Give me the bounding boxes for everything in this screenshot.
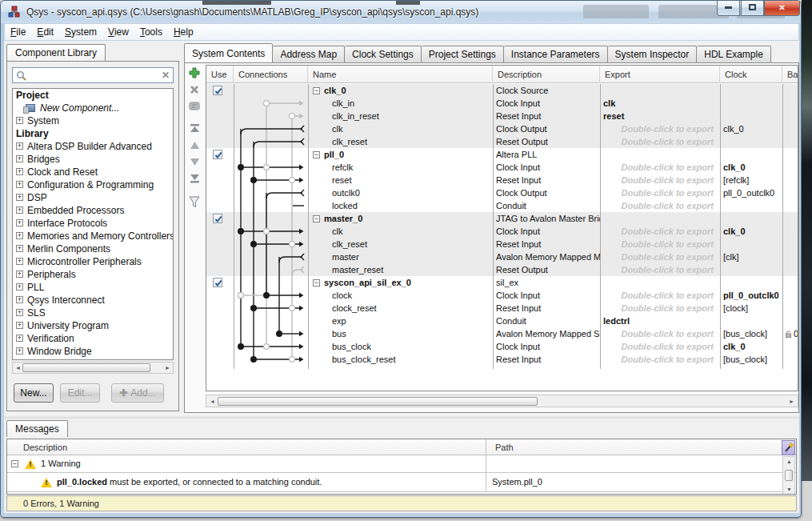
tab-project-settings[interactable]: Project Settings (422, 46, 504, 63)
collapse-icon[interactable]: − (313, 215, 320, 222)
new-button[interactable]: New... (14, 383, 54, 403)
tree-item-project[interactable]: Project (13, 89, 173, 102)
connections-graph[interactable] (234, 84, 308, 366)
clock-cell[interactable] (723, 97, 782, 110)
search-box[interactable]: ✕ (12, 67, 174, 83)
messages-vertical-scrollbar[interactable]: ▲ ▼ (782, 456, 795, 495)
export-cell[interactable]: Double-click to export (603, 161, 720, 174)
export-cell[interactable]: Double-click to export (603, 353, 720, 366)
tree-item-verification[interactable]: +Verification (13, 332, 173, 345)
clock-cell[interactable]: clk_0 (723, 225, 782, 238)
clock-cell[interactable] (723, 148, 782, 161)
remove-button[interactable] (186, 82, 203, 98)
clock-cell[interactable]: pll_0_outclk0 (723, 186, 782, 199)
add-button[interactable]: ✚Add... (111, 383, 164, 403)
clock-cell[interactable]: [clock] (723, 302, 782, 315)
expand-icon[interactable]: + (16, 258, 23, 265)
tree-item-pll[interactable]: +PLL (13, 281, 173, 294)
clear-search-icon[interactable]: ✕ (162, 70, 170, 81)
export-cell[interactable]: Double-click to export (603, 122, 720, 135)
clock-cell[interactable]: [bus_clock] (723, 353, 782, 366)
close-button[interactable]: ✕ (764, 1, 800, 16)
clock-cell[interactable] (723, 212, 782, 225)
expand-icon[interactable]: + (16, 322, 23, 329)
search-input[interactable] (30, 69, 157, 82)
base-cell[interactable] (782, 212, 798, 225)
tab-system-contents[interactable]: System Contents (184, 43, 273, 63)
expand-icon[interactable]: + (16, 117, 23, 124)
menu-file[interactable]: File (5, 24, 31, 40)
tab-component-library[interactable]: Component Library (6, 44, 106, 61)
export-cell[interactable]: Double-click to export (603, 327, 720, 340)
scroll-up-icon[interactable]: ▲ (786, 459, 792, 464)
scrollbar-thumb[interactable] (785, 470, 793, 481)
expand-icon[interactable]: + (16, 232, 23, 239)
column-header-base[interactable]: Base (782, 66, 798, 83)
move-top-button[interactable] (186, 122, 203, 138)
tree-item-window-bridge[interactable]: +Window Bridge (13, 345, 173, 358)
edit-button[interactable]: Edit... (60, 383, 100, 403)
export-cell[interactable]: ledctrl (603, 315, 720, 327)
base-cell[interactable] (782, 353, 798, 366)
export-cell[interactable]: Double-click to export (603, 186, 720, 199)
expand-icon[interactable]: + (16, 219, 23, 226)
collapse-icon[interactable]: − (313, 87, 320, 94)
collapse-icon[interactable]: − (11, 460, 18, 467)
tab-clock-settings[interactable]: Clock Settings (345, 46, 422, 63)
tree-item-dsp[interactable]: +DSP (13, 191, 173, 204)
add-button[interactable] (186, 66, 203, 82)
tab-messages[interactable]: Messages (6, 420, 68, 437)
export-cell[interactable] (603, 212, 720, 225)
base-cell[interactable] (782, 289, 798, 302)
clock-cell[interactable] (723, 84, 782, 97)
collapse-icon[interactable]: − (313, 151, 320, 158)
column-header-export[interactable]: Export (600, 66, 720, 83)
expand-icon[interactable]: + (16, 271, 23, 278)
base-cell[interactable] (782, 148, 798, 161)
expand-icon[interactable]: + (16, 309, 23, 316)
expand-icon[interactable]: + (16, 168, 23, 175)
base-cell[interactable] (782, 174, 798, 186)
tree-item-memories-and-memory-controllers[interactable]: +Memories and Memory Controllers (13, 230, 173, 242)
table-horizontal-scrollbar[interactable]: ◄ ► (206, 395, 798, 407)
export-cell[interactable]: Double-click to export (603, 135, 720, 148)
tree-item-peripherals[interactable]: +Peripherals (13, 268, 173, 281)
tree-item-merlin-components[interactable]: +Merlin Components (13, 242, 173, 255)
collapse-icon[interactable]: − (313, 279, 320, 287)
tree-item-bridges[interactable]: +Bridges (13, 153, 173, 166)
export-cell[interactable]: Double-click to export (603, 199, 720, 212)
column-header-name[interactable]: Name (308, 66, 493, 83)
column-header-use[interactable]: Use (206, 66, 234, 83)
use-checkbox[interactable] (213, 214, 222, 223)
expand-icon[interactable]: + (16, 194, 23, 201)
scroll-right-icon[interactable]: ► (165, 365, 170, 371)
expand-icon[interactable]: + (16, 347, 23, 355)
base-cell[interactable] (782, 186, 798, 199)
tree-item-sls[interactable]: +SLS (13, 307, 173, 319)
export-cell[interactable]: Double-click to export (603, 289, 720, 302)
minimize-button[interactable] (717, 1, 740, 16)
menu-edit[interactable]: Edit (31, 24, 59, 40)
menu-view[interactable]: View (102, 24, 134, 40)
clock-cell[interactable]: [bus_clock] (723, 327, 782, 340)
expand-icon[interactable]: + (16, 155, 23, 162)
base-cell[interactable] (782, 315, 798, 327)
expand-icon[interactable]: + (16, 142, 23, 150)
base-cell[interactable] (782, 84, 798, 97)
clock-cell[interactable] (723, 315, 782, 327)
move-bottom-button[interactable] (186, 172, 203, 188)
menu-system[interactable]: System (59, 24, 102, 40)
tree-item-microcontroller-peripherals[interactable]: +Microcontroller Peripherals (13, 255, 173, 268)
filter-button[interactable] (186, 194, 203, 210)
clock-cell[interactable] (723, 238, 782, 250)
clock-cell[interactable] (723, 199, 782, 212)
column-header-description[interactable]: Description (493, 66, 600, 83)
export-cell[interactable]: Double-click to export (603, 250, 720, 263)
export-cell[interactable] (603, 276, 720, 289)
scroll-right-icon[interactable]: ► (789, 399, 794, 404)
message-filter-wand-button[interactable] (782, 440, 795, 455)
expand-icon[interactable]: + (16, 245, 23, 252)
export-cell[interactable]: Double-click to export (603, 340, 720, 353)
base-cell[interactable] (782, 225, 798, 238)
export-cell[interactable]: Double-click to export (603, 225, 720, 238)
